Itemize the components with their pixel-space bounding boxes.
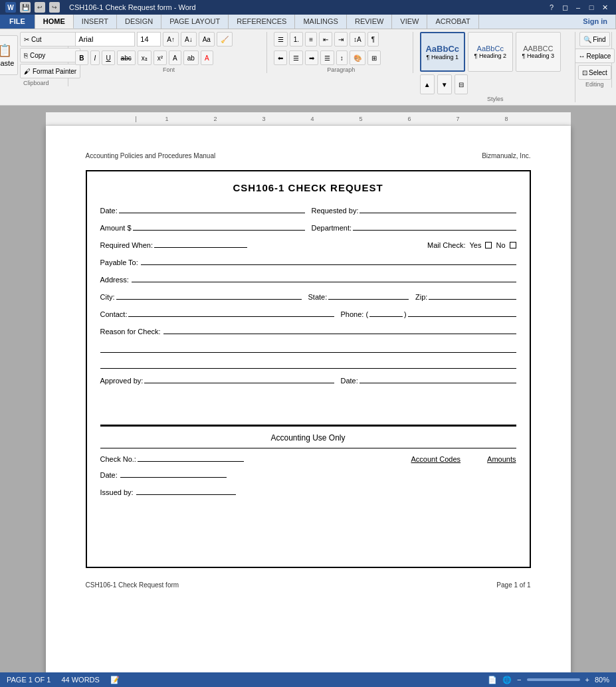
date2-row: Date: [100, 468, 516, 479]
strikethrough-button[interactable]: abc [117, 50, 136, 65]
city-field: City: [100, 290, 302, 301]
redo-icon[interactable]: ↪ [49, 2, 60, 13]
tab-acrobat[interactable]: ACROBAT [427, 15, 478, 29]
tab-review[interactable]: REVIEW [347, 15, 392, 29]
date-label: Date: [100, 207, 118, 215]
approved-line[interactable] [144, 374, 334, 383]
ribbon-toggle[interactable]: ◻ [559, 1, 571, 13]
select-button[interactable]: ⊡ Select [578, 65, 611, 80]
form-row-date-requested: Date: Requested by: [100, 204, 516, 215]
justify-button[interactable]: ☰ [320, 50, 334, 65]
approved-date-line[interactable] [359, 374, 516, 383]
grow-font-button[interactable]: A↑ [163, 32, 179, 47]
phone-area-line[interactable] [369, 308, 403, 317]
reason-line2[interactable] [100, 342, 516, 353]
subscript-button[interactable]: x₂ [138, 50, 152, 65]
phone-number-line[interactable] [408, 308, 516, 317]
view-web-icon[interactable]: 🌐 [502, 676, 512, 684]
phone-label: Phone: ( [341, 310, 369, 318]
styles-scroll-up[interactable]: ▲ [420, 74, 435, 94]
state-line[interactable] [328, 290, 409, 300]
status-bar: PAGE 1 OF 1 44 WORDS 📝 📄 🌐 − + 80% [0, 672, 616, 687]
zoom-out-icon[interactable]: − [517, 676, 521, 684]
tab-view[interactable]: VIEW [392, 15, 427, 29]
align-center-button[interactable]: ☰ [289, 50, 303, 65]
change-case-button[interactable]: Aa [199, 32, 215, 47]
required-line[interactable] [154, 239, 247, 248]
multilevel-button[interactable]: ≡ [305, 32, 317, 47]
view-print-icon[interactable]: 📄 [488, 676, 497, 684]
reason-line3[interactable] [100, 358, 516, 369]
zoom-in-icon[interactable]: + [585, 676, 589, 684]
contact-line[interactable] [128, 308, 334, 317]
find-button[interactable]: 🔍 Find [579, 32, 609, 47]
italic-button[interactable]: I [90, 50, 100, 65]
date2-line[interactable] [120, 468, 227, 478]
borders-button[interactable]: ⊞ [367, 50, 381, 65]
line-spacing-button[interactable]: ↕ [336, 50, 348, 65]
numbering-button[interactable]: 1. [290, 32, 303, 47]
zoom-slider[interactable] [527, 678, 580, 681]
text-effects-button[interactable]: A [169, 50, 181, 65]
minimize-button[interactable]: – [572, 1, 584, 13]
heading2-style[interactable]: AaBbCc ¶ Heading 2 [468, 32, 513, 72]
payable-line[interactable] [141, 256, 516, 265]
replace-button[interactable]: ↔ Replace [575, 49, 615, 63]
required-label: Required When: [100, 241, 154, 249]
address-line[interactable] [132, 273, 516, 282]
zoom-level[interactable]: 80% [595, 676, 609, 684]
align-right-button[interactable]: ➡ [305, 50, 318, 65]
ruler: | 1 2 3 4 5 6 7 8 [46, 112, 571, 126]
word-icon[interactable]: W [5, 2, 16, 13]
requested-line[interactable] [359, 204, 516, 213]
tab-home[interactable]: HOME [35, 15, 74, 29]
bold-button[interactable]: B [75, 50, 88, 65]
tab-mailings[interactable]: MAILINGS [295, 15, 347, 29]
align-left-button[interactable]: ⬅ [274, 50, 287, 65]
reason-line1[interactable] [163, 325, 516, 334]
save-icon[interactable]: 💾 [20, 2, 31, 13]
issued-line[interactable] [136, 486, 236, 495]
city-line[interactable] [116, 290, 302, 300]
issued-row: Issued by: [100, 486, 516, 496]
close-button[interactable]: ✕ [599, 1, 611, 13]
bullets-button[interactable]: ☰ [274, 32, 288, 47]
sign-in[interactable]: Sign in [575, 15, 616, 29]
decrease-indent-button[interactable]: ⇤ [319, 32, 332, 47]
approved-date-label: Date: [341, 377, 358, 385]
clear-format-button[interactable]: 🧹 [217, 32, 233, 47]
heading3-style[interactable]: AABBCC ¶ Heading 3 [516, 32, 561, 72]
font-color-button[interactable]: A [201, 50, 213, 65]
yes-checkbox[interactable] [485, 242, 492, 248]
required-field: Required When: [100, 239, 421, 249]
undo-icon[interactable]: ↩ [35, 2, 45, 13]
highlight-button[interactable]: ab [183, 50, 199, 65]
tab-insert[interactable]: INSERT [74, 15, 117, 29]
proofing-icon[interactable]: 📝 [110, 676, 120, 684]
styles-scroll-down[interactable]: ▼ [437, 74, 452, 94]
check-no-line[interactable] [138, 452, 244, 462]
date-line[interactable] [119, 204, 305, 213]
superscript-button[interactable]: x² [154, 50, 167, 65]
department-line[interactable] [353, 221, 516, 231]
styles-expand[interactable]: ⊟ [455, 74, 468, 94]
no-checkbox[interactable] [510, 242, 516, 248]
help-button[interactable]: ? [546, 1, 558, 13]
font-size-input[interactable] [137, 32, 161, 47]
zip-line[interactable] [429, 290, 516, 300]
maximize-button[interactable]: □ [585, 1, 597, 13]
show-marks-button[interactable]: ¶ [367, 32, 379, 47]
shading-button[interactable]: 🎨 [350, 50, 365, 65]
heading1-style[interactable]: AaBbCc ¶ Heading 1 [420, 32, 465, 72]
paste-button[interactable]: 📋 Paste [0, 35, 18, 75]
tab-file[interactable]: FILE [0, 15, 35, 29]
sort-button[interactable]: ↕A [350, 32, 365, 47]
amount-line[interactable] [133, 221, 305, 231]
increase-indent-button[interactable]: ⇥ [334, 32, 348, 47]
tab-pagelayout[interactable]: PAGE LAYOUT [161, 15, 229, 29]
tab-design[interactable]: DESIGN [117, 15, 161, 29]
font-name-input[interactable] [75, 32, 135, 47]
tab-references[interactable]: REFERENCES [229, 15, 295, 29]
underline-button[interactable]: U [102, 50, 114, 65]
shrink-font-button[interactable]: A↓ [181, 32, 197, 47]
